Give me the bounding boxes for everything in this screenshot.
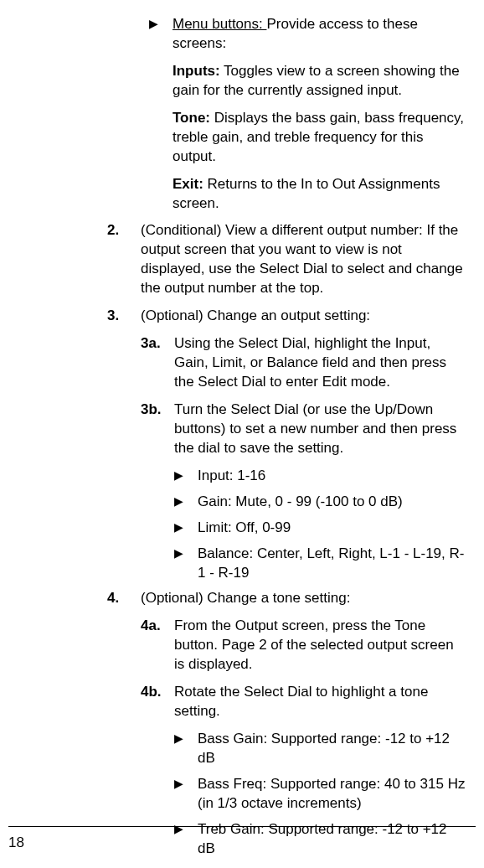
bullet-text: Limit: Off, 0-99 bbox=[198, 519, 467, 538]
step-4: 4. (Optional) Change a tone setting: bbox=[107, 589, 467, 608]
substep-text: Turn the Select Dial (or use the Up/Down… bbox=[174, 400, 467, 458]
step-number: 4. bbox=[107, 589, 141, 608]
substep-4b: 4b. Rotate the Select Dial to highlight … bbox=[107, 683, 467, 721]
bullet-text: Input: 1-16 bbox=[198, 467, 467, 486]
menu-item-tone: Tone: Displays the bass gain, bass frequ… bbox=[107, 109, 467, 167]
step-text: (Conditional) View a different output nu… bbox=[141, 221, 467, 298]
step-2: 2. (Conditional) View a different output… bbox=[107, 221, 467, 298]
triangle-right-icon: ▶ bbox=[174, 493, 198, 512]
step-number: 2. bbox=[107, 221, 141, 298]
substep-4a: 4a. From the Output screen, press the To… bbox=[107, 617, 467, 674]
menu-item-name: Inputs: bbox=[172, 63, 220, 79]
triangle-right-icon: ▶ bbox=[174, 467, 198, 486]
substep-text: Rotate the Select Dial to highlight a to… bbox=[174, 683, 467, 721]
menu-buttons-row: ▶ Menu buttons: Provide access to these … bbox=[107, 15, 467, 54]
bullet-gain: ▶ Gain: Mute, 0 - 99 (-100 to 0 dB) bbox=[107, 493, 467, 512]
menu-item-inputs: Inputs: Toggles view to a screen showing… bbox=[107, 62, 467, 101]
triangle-right-icon: ▶ bbox=[174, 730, 198, 768]
bullet-balance: ▶ Balance: Center, Left, Right, L-1 - L-… bbox=[107, 545, 467, 583]
substep-3a: 3a. Using the Select Dial, highlight the… bbox=[107, 334, 467, 392]
bullet-text: Gain: Mute, 0 - 99 (-100 to 0 dB) bbox=[198, 493, 467, 512]
bullet-bass-gain: ▶ Bass Gain: Supported range: -12 to +12… bbox=[107, 730, 467, 768]
triangle-right-icon: ▶ bbox=[174, 519, 198, 538]
triangle-right-icon: ▶ bbox=[174, 545, 198, 583]
step-3: 3. (Optional) Change an output setting: bbox=[107, 307, 467, 326]
substep-text: Using the Select Dial, highlight the Inp… bbox=[174, 334, 467, 392]
step-number: 3. bbox=[107, 307, 141, 326]
menu-item-name: Tone: bbox=[172, 110, 210, 126]
page-content: ▶ Menu buttons: Provide access to these … bbox=[8, 15, 476, 868]
menu-buttons-text: Menu buttons: Provide access to these sc… bbox=[172, 15, 467, 54]
bullet-text: Bass Freq: Supported range: 40 to 315 Hz… bbox=[198, 775, 467, 814]
substep-3b: 3b. Turn the Select Dial (or use the Up/… bbox=[107, 400, 467, 458]
bullet-bass-freq: ▶ Bass Freq: Supported range: 40 to 315 … bbox=[107, 775, 467, 814]
bullet-limit: ▶ Limit: Off, 0-99 bbox=[107, 519, 467, 538]
menu-item-name: Exit: bbox=[172, 176, 203, 192]
substep-number: 3a. bbox=[141, 334, 174, 392]
substep-number: 4b. bbox=[141, 683, 174, 721]
menu-item-exit: Exit: Returns to the In to Out Assignmen… bbox=[107, 175, 467, 214]
page-footer: 18 bbox=[8, 826, 476, 853]
substep-number: 3b. bbox=[141, 400, 174, 458]
bullet-input: ▶ Input: 1-16 bbox=[107, 467, 467, 486]
triangle-right-icon: ▶ bbox=[174, 775, 198, 814]
step-text: (Optional) Change an output setting: bbox=[141, 307, 467, 326]
bullet-text: Bass Gain: Supported range: -12 to +12 d… bbox=[198, 730, 467, 768]
menu-item-desc: Returns to the In to Out Assignments scr… bbox=[172, 176, 440, 211]
page-number: 18 bbox=[8, 834, 24, 850]
step-text: (Optional) Change a tone setting: bbox=[141, 589, 467, 608]
triangle-right-icon: ▶ bbox=[107, 15, 172, 54]
substep-text: From the Output screen, press the Tone b… bbox=[174, 617, 467, 674]
menu-item-desc: Displays the bass gain, bass frequency, … bbox=[172, 110, 464, 164]
menu-buttons-label: Menu buttons: bbox=[172, 16, 266, 32]
bullet-text: Balance: Center, Left, Right, L-1 - L-19… bbox=[198, 545, 467, 583]
substep-number: 4a. bbox=[141, 617, 174, 674]
